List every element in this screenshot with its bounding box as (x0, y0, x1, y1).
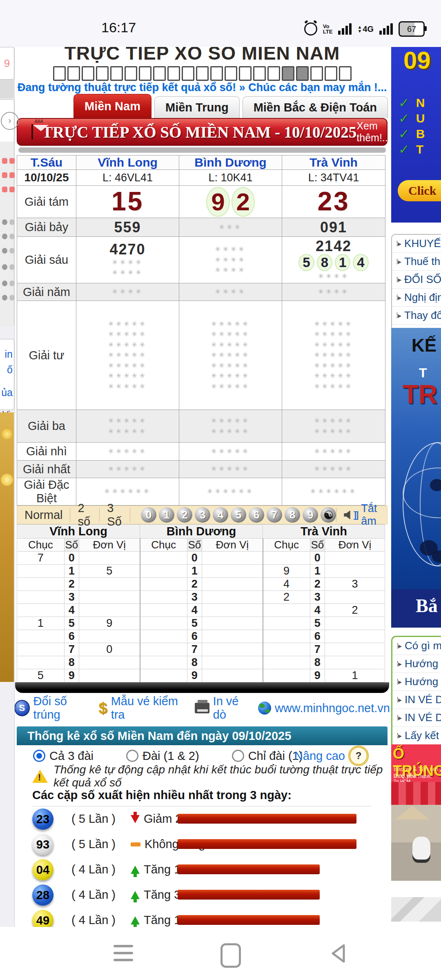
sidebar-link[interactable]: ⁞▸Thay đổi giờ (392, 307, 441, 325)
sidebar-link[interactable]: ⁞▸IN VÉ DÒ T (392, 691, 441, 709)
chevron-right-icon[interactable]: › (1, 112, 19, 130)
tab-mi-n-b-c-i-n-to-n[interactable]: Miền Bắc & Điện Toán (243, 96, 388, 118)
region-header[interactable]: Bình Dương (179, 156, 282, 170)
loto-so: 0 (187, 552, 202, 565)
loto-row: 666 (17, 630, 385, 643)
menu-button[interactable] (114, 945, 133, 961)
digit-ball-4[interactable]: 4 (213, 507, 228, 523)
radio-label[interactable]: Đài (1 & 2) (143, 749, 199, 763)
left-link-fragment[interactable]: ố (7, 364, 13, 376)
digit-ball-7[interactable]: 7 (267, 507, 282, 523)
yinyang-ball[interactable]: ☯ (321, 507, 336, 523)
ad-click-button[interactable]: Click (398, 180, 441, 201)
digit-ball-6[interactable]: 6 (249, 507, 264, 523)
next-arrow-box[interactable]: › (0, 99, 14, 143)
sidebar-link[interactable]: ⁞▸IN VÉ DÒ T (392, 709, 441, 727)
sidebar-link-label[interactable]: Lấy kết quả (405, 729, 441, 742)
footer-link-label[interactable]: www.minhngoc.net.vn (275, 702, 390, 715)
footer-links: SĐổi số trúng$Mẫu vé kiểm traIn vé dòwww… (14, 699, 390, 717)
sidebar-link-label[interactable]: Thay đổi giờ (404, 309, 441, 322)
home-button[interactable] (220, 943, 241, 968)
footer-link-printer[interactable]: In vé dò (195, 695, 252, 722)
radio-option[interactable] (126, 750, 138, 762)
phone-ad-banner[interactable]: 09 ✓N✓U✓B✓T Click (391, 47, 441, 223)
sidebar-link-label[interactable]: Hướng dẫn (405, 657, 441, 670)
loto-row: 59991 (17, 669, 385, 682)
results-ad-banner[interactable]: KẾ T TR Bắ (391, 328, 441, 628)
footer-link-dollar[interactable]: $Mẫu vé kiểm tra (99, 695, 189, 722)
sidebar-link[interactable]: ⁞▸Thuế thu nh (392, 253, 441, 271)
main-content: TRỰC TIẾP XỔ SỐ MIỀN NAM 10/10/2025 Đang… (14, 47, 390, 980)
sidebar-link-label[interactable]: Hướng Dẫn (405, 675, 441, 688)
radio-label[interactable]: Cả 3 đài (49, 749, 94, 763)
warning-text: Thống kê tự động cập nhật khi kết thúc b… (53, 763, 390, 789)
sidebar-link-label[interactable]: KHUYẾN CÁ (404, 237, 441, 250)
digit-ball-1[interactable]: 1 (159, 507, 174, 523)
sidebar-link-label[interactable]: Có gì mới t (405, 639, 441, 652)
loto-so: 3 (187, 591, 202, 604)
sidebar-link[interactable]: ⁞▸Lấy kết quả (392, 727, 441, 745)
sidebar-link[interactable]: ⁞▸Hướng Dẫn (392, 673, 441, 691)
mute-control[interactable]: ]] Tắt âm (336, 508, 387, 522)
mode-2[interactable]: 2 số (70, 508, 100, 522)
gold-ad-image[interactable] (0, 412, 14, 682)
spinner-placeholder: ✳✳✳✳✳ (282, 350, 385, 361)
tab-mi-n-nam[interactable]: Miền Nam (74, 94, 151, 118)
spinner-placeholder: ✳✳✳✳✳ (76, 446, 179, 457)
radio-selected[interactable] (33, 750, 45, 762)
left-link-fragment[interactable]: in (5, 348, 13, 360)
footer-link-coin-s[interactable]: SĐổi số trúng (14, 695, 93, 722)
spinner-placeholder: ✳✳✳✳✳ (179, 361, 282, 371)
left-link-fragment[interactable]: ủa (1, 387, 13, 399)
tab-mi-n-trung[interactable]: Miền Trung (154, 96, 240, 118)
sidebar-link-label[interactable]: Nghị định 7 (404, 291, 441, 304)
digit-ball-8[interactable]: 8 (285, 507, 300, 523)
sidebar-link-label[interactable]: IN VÉ DÒ T (405, 711, 441, 724)
digit-ball-0[interactable]: 0 (141, 507, 156, 523)
ad-check-row: ✓B (399, 126, 425, 142)
region-header[interactable]: Trà Vinh (282, 156, 385, 170)
sidebar-link[interactable]: ⁞▸KHUYẾN CÁ (392, 235, 441, 253)
prize-cell: ✳✳✳✳✳✳✳✳✳✳✳✳ (179, 237, 282, 283)
footer-link-label[interactable]: Đổi số trúng (33, 695, 93, 722)
digit-ball-3[interactable]: 3 (195, 507, 210, 523)
prize-number: 15 (76, 188, 179, 215)
advanced-link[interactable]: Nâng cao (294, 749, 345, 763)
sidebar-link-label[interactable]: ĐỔI SỐ TRÚ (404, 273, 441, 286)
back-button[interactable] (329, 943, 347, 965)
see-more-link[interactable]: Xem thêm!... (356, 120, 390, 144)
region-header[interactable]: Vĩnh Long (76, 156, 179, 170)
shop-photo-ad[interactable]: Ố TRÚNG Bảo vệ & Tận nơi theo yêu Lh. Q.… (391, 744, 441, 881)
sidebar-link[interactable]: ⁞▸Có gì mới t (392, 637, 441, 655)
left-widget-panel: (A) Vi (0, 142, 14, 326)
loto-donvi: 2 (325, 604, 385, 617)
mute-label[interactable]: Tắt âm (361, 502, 381, 528)
frequency-bar (178, 915, 320, 925)
digit-ball-5[interactable]: 5 (231, 507, 246, 523)
footer-link-label[interactable]: Mẫu vé kiểm tra (111, 695, 189, 722)
footer-link-globe[interactable]: www.minhngoc.net.vn (258, 702, 390, 715)
prize-row: Giải ba✳✳✳✳✳✳✳✳✳✳✳✳✳✳✳✳✳✳✳✳✳✳✳✳✳✳✳✳✳✳ (17, 410, 385, 443)
trend-label: Tăng 1 (144, 913, 180, 927)
mode-1[interactable]: Normal (17, 508, 70, 522)
footer-link-label[interactable]: In vé dò (213, 695, 252, 722)
live-banner[interactable]: TRỰC TIẾP XỔ SỐ MIỀN NAM - 10/10/2025 Xe… (17, 118, 388, 146)
loto-row: 22423 (17, 578, 385, 591)
sidebar-link[interactable]: ⁞▸ĐỔI SỐ TRÚ (392, 271, 441, 289)
sidebar-link[interactable]: ⁞▸Nghị định 7 (392, 289, 441, 307)
prize-cell: 92 (179, 186, 282, 218)
help-icon[interactable]: ? (348, 746, 369, 766)
mode-3[interactable]: 3 Số (100, 508, 130, 522)
calendar-day-fragment[interactable]: 9 (0, 47, 14, 80)
sidebar-link-label[interactable]: Thuế thu nh (404, 255, 441, 268)
phone-screen: 16:17 VoLTE ▲▼4G 67 9 › (A) Vi inốủa (0, 0, 441, 980)
sidebar-link-label[interactable]: IN VÉ DÒ T (405, 693, 441, 706)
digit-ball-2[interactable]: 2 (177, 507, 192, 523)
sidebar-link[interactable]: ⁞▸Hướng dẫn (392, 655, 441, 673)
loto-chuc (17, 578, 65, 591)
prize-row: Giải nhất✳✳✳✳✳✳✳✳✳✳✳✳✳✳✳ (17, 461, 385, 478)
stat-item-28: 28( 4 Lần )Tăng 3 (14, 882, 390, 908)
digit-ball-9[interactable]: 9 (303, 507, 318, 523)
prize-label: Giải sáu (17, 237, 76, 283)
radio-option[interactable] (232, 750, 244, 762)
